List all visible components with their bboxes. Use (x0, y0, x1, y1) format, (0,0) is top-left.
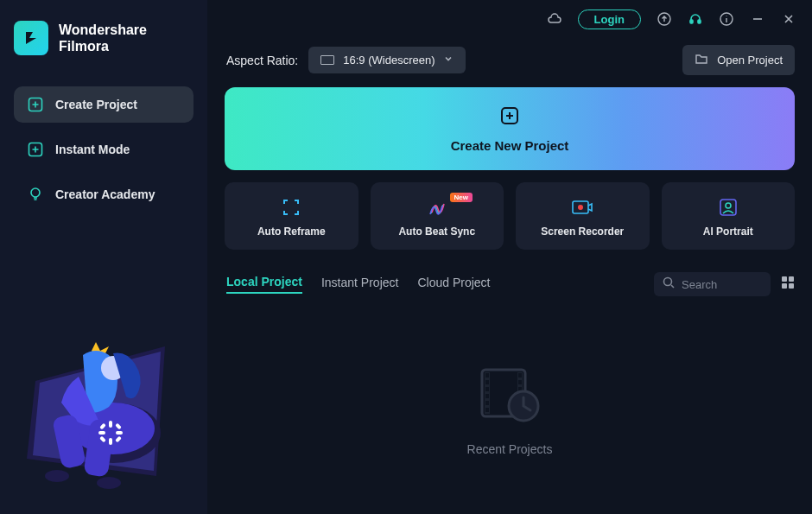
search-icon (663, 276, 675, 292)
screen-icon (320, 55, 334, 65)
badge-new: New (450, 193, 473, 202)
svg-point-12 (97, 477, 121, 489)
search-box[interactable] (654, 272, 771, 296)
recent-projects-icon (475, 363, 544, 428)
brand-line2: Filmora (59, 38, 147, 54)
svg-rect-45 (518, 380, 522, 384)
cloud-icon[interactable] (547, 11, 562, 27)
card-auto-beat-sync[interactable]: New Auto Beat Sync (371, 182, 504, 250)
svg-rect-44 (518, 373, 522, 378)
card-label: Auto Beat Sync (398, 225, 475, 238)
reframe-icon (281, 198, 301, 217)
svg-rect-14 (109, 438, 112, 445)
titlebar: Login (207, 0, 812, 31)
svg-rect-43 (485, 408, 489, 412)
aspect-ratio-value: 16:9 (Widescreen) (343, 54, 435, 67)
minimize-icon[interactable] (750, 11, 765, 27)
svg-rect-13 (109, 421, 112, 428)
svg-point-27 (578, 205, 583, 210)
top-row: Aspect Ratio: 16:9 (Widescreen) Open Pro… (207, 31, 812, 87)
card-screen-recorder[interactable]: Screen Recorder (516, 182, 650, 250)
svg-point-29 (726, 203, 731, 208)
svg-rect-39 (485, 380, 489, 384)
upload-icon[interactable] (657, 11, 672, 27)
portrait-icon (719, 198, 738, 217)
plus-square-outline-icon (28, 142, 43, 157)
svg-point-11 (45, 470, 69, 482)
create-new-project-button[interactable]: Create New Project (225, 87, 795, 170)
svg-rect-15 (98, 431, 105, 435)
plus-square-icon (28, 97, 43, 112)
sidebar-item-label: Instant Mode (55, 143, 130, 156)
sidebar-item-label: Create Project (55, 98, 137, 111)
card-ai-portrait[interactable]: AI Portrait (662, 182, 796, 250)
sidebar-item-create-project[interactable]: Create Project (14, 86, 193, 123)
grid-view-icon[interactable] (781, 276, 795, 293)
recorder-icon (571, 198, 593, 217)
svg-rect-33 (782, 283, 787, 289)
svg-rect-22 (690, 20, 693, 23)
card-label: Screen Recorder (541, 225, 624, 238)
login-button[interactable]: Login (578, 10, 641, 29)
svg-rect-41 (485, 394, 489, 398)
svg-rect-42 (485, 401, 489, 405)
svg-rect-16 (116, 431, 123, 435)
recent-projects-label: Recent Projects (467, 442, 553, 456)
beat-icon (426, 198, 448, 217)
create-new-project-label: Create New Project (451, 138, 569, 153)
projects-header: Local Project Instant Project Cloud Proj… (207, 250, 812, 305)
close-icon[interactable] (781, 11, 796, 27)
headset-icon[interactable] (688, 11, 703, 27)
sidebar: Wondershare Filmora Create Project Insta… (0, 0, 207, 514)
aspect-ratio-select[interactable]: 16:9 (Widescreen) (308, 47, 466, 73)
folder-icon (695, 52, 708, 68)
feature-cards: Auto Reframe New Auto Beat Sync Screen R… (207, 170, 812, 250)
info-icon[interactable] (719, 11, 734, 27)
card-auto-reframe[interactable]: Auto Reframe (225, 182, 358, 250)
sidebar-item-instant-mode[interactable]: Instant Mode (14, 131, 193, 168)
open-project-label: Open Project (717, 54, 783, 67)
svg-point-30 (664, 278, 672, 286)
main: Login Aspect Ratio: 16:9 (Widescreen) (207, 0, 812, 514)
tab-local-project[interactable]: Local Project (226, 275, 302, 294)
sidebar-item-creator-academy[interactable]: Creator Academy (14, 176, 193, 213)
search-input[interactable] (682, 278, 762, 291)
svg-rect-32 (789, 276, 794, 282)
app-logo: Wondershare Filmora (14, 21, 193, 55)
card-label: AI Portrait (703, 225, 753, 238)
plus-square-icon (499, 105, 520, 130)
recent-projects-area: Recent Projects (207, 305, 812, 514)
filmora-logo-icon (14, 21, 48, 55)
svg-rect-36 (485, 372, 490, 414)
svg-point-2 (31, 188, 40, 197)
aspect-ratio-label: Aspect Ratio: (226, 54, 298, 67)
card-label: Auto Reframe (257, 225, 326, 238)
brand-line1: Wondershare (59, 22, 147, 38)
svg-rect-31 (782, 276, 787, 282)
sidebar-illustration (14, 303, 193, 493)
chevron-down-icon (443, 54, 454, 67)
tab-instant-project[interactable]: Instant Project (321, 276, 399, 293)
sidebar-item-label: Creator Academy (55, 187, 155, 201)
svg-rect-40 (485, 387, 489, 391)
svg-rect-23 (698, 20, 701, 23)
tab-cloud-project[interactable]: Cloud Project (417, 276, 490, 293)
bulb-icon (28, 187, 43, 202)
open-project-button[interactable]: Open Project (682, 45, 795, 75)
svg-rect-34 (789, 283, 794, 289)
svg-rect-38 (485, 373, 489, 378)
